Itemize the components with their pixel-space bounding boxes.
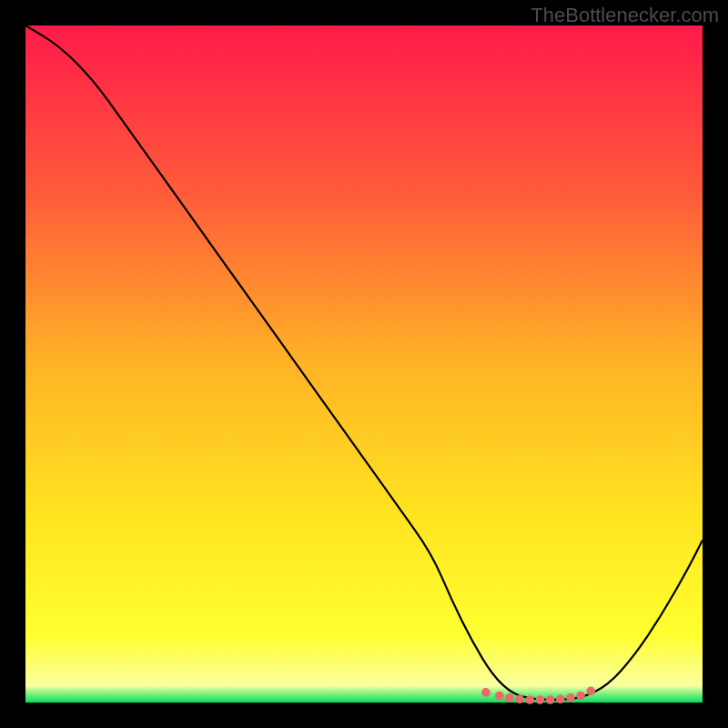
marker-dot (505, 693, 514, 703)
marker-dot (546, 695, 555, 704)
marker-dot (586, 687, 595, 696)
marker-dot (495, 692, 504, 701)
marker-dot (481, 688, 490, 697)
marker-dot (536, 695, 545, 704)
chart-container: TheBottlenecker.com (0, 0, 728, 728)
marker-dot (576, 692, 585, 701)
marker-dot (525, 695, 534, 704)
watermark-text: TheBottlenecker.com (531, 4, 719, 27)
bottleneck-chart (0, 0, 728, 728)
marker-dot (566, 693, 575, 703)
marker-dot (556, 694, 565, 703)
marker-dot (515, 694, 524, 703)
